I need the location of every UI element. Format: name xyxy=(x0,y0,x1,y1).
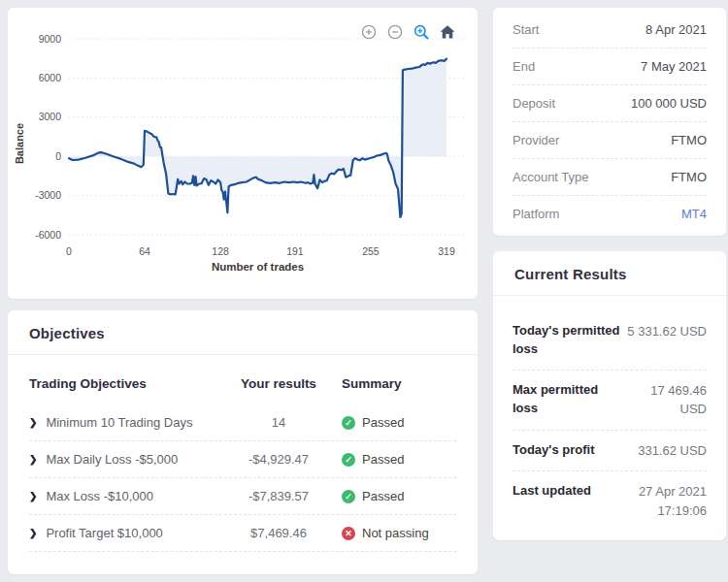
info-row-deposit: Deposit 100 000 USD xyxy=(513,85,707,122)
chevron-right-icon[interactable]: ❯ xyxy=(29,492,37,501)
left-column: 9000600030000-3000-6000064128191255319Ba… xyxy=(8,8,478,574)
zoom-in-icon[interactable] xyxy=(360,23,378,41)
objective-row-max-loss[interactable]: ❯ Max Loss -$10,000 -$7,839.57 ✓ Passed xyxy=(29,478,456,515)
box-zoom-icon[interactable] xyxy=(413,23,430,41)
svg-text:319: 319 xyxy=(438,245,455,257)
not-passing-x-icon: ✕ xyxy=(342,527,355,540)
passed-check-icon: ✓ xyxy=(342,416,355,430)
info-label: Deposit xyxy=(513,96,555,111)
info-row-platform: Platform MT4 xyxy=(513,196,707,232)
svg-text:-6000: -6000 xyxy=(35,229,61,241)
balance-chart-card: 9000600030000-3000-6000064128191255319Ba… xyxy=(8,8,478,299)
col-header-trading-objectives: Trading Objectives xyxy=(29,376,215,391)
chevron-right-icon[interactable]: ❯ xyxy=(29,455,37,465)
status-label: Passed xyxy=(362,452,404,467)
svg-text:6000: 6000 xyxy=(39,72,62,83)
passed-check-icon: ✓ xyxy=(342,490,355,503)
objective-name: Max Daily Loss -$5,000 xyxy=(46,452,178,467)
zoom-out-icon[interactable] xyxy=(386,23,404,41)
objective-row-max-daily-loss[interactable]: ❯ Max Daily Loss -$5,000 -$4,929.47 ✓ Pa… xyxy=(29,441,456,478)
svg-text:255: 255 xyxy=(362,245,380,257)
info-value: FTMO xyxy=(671,170,707,184)
dashboard: 9000600030000-3000-6000064128191255319Ba… xyxy=(0,0,728,582)
svg-text:-3000: -3000 xyxy=(35,189,61,201)
result-row-max-permitted-loss: Max permitted loss 17 469.46 USD xyxy=(513,371,707,431)
info-value: 7 May 2021 xyxy=(641,59,707,74)
info-row-start: Start 8 Apr 2021 xyxy=(513,12,707,48)
svg-text:Number of trades: Number of trades xyxy=(212,261,304,273)
info-row-account-type: Account Type FTMO xyxy=(513,159,707,196)
home-icon[interactable] xyxy=(439,23,456,41)
objective-name: Minimum 10 Trading Days xyxy=(46,415,192,430)
svg-text:3000: 3000 xyxy=(39,111,62,122)
current-results-header: Current Results xyxy=(493,251,726,296)
svg-text:9000: 9000 xyxy=(39,33,62,45)
info-label: Provider xyxy=(513,133,559,147)
balance-line-chart[interactable]: 9000600030000-3000-6000064128191255319Ba… xyxy=(8,8,478,299)
svg-text:191: 191 xyxy=(286,245,304,257)
objective-result: $7,469.46 xyxy=(215,526,342,540)
result-row-todays-profit: Today's profit 331.62 USD xyxy=(513,431,707,472)
chevron-right-icon[interactable]: ❯ xyxy=(29,529,37,538)
objective-name: Profit Target $10,000 xyxy=(46,526,162,540)
account-info-card: Start 8 Apr 2021 End 7 May 2021 Deposit … xyxy=(493,8,726,236)
info-value: FTMO xyxy=(671,133,707,147)
right-column: Start 8 Apr 2021 End 7 May 2021 Deposit … xyxy=(493,8,726,574)
current-results-card: Current Results Today's permitted loss 5… xyxy=(493,251,726,540)
status-label: Not passing xyxy=(362,526,429,540)
svg-text:64: 64 xyxy=(139,245,150,257)
svg-text:128: 128 xyxy=(212,245,229,257)
svg-text:0: 0 xyxy=(55,150,61,162)
result-value: 27 Apr 2021 17:19:06 xyxy=(610,482,707,520)
svg-text:0: 0 xyxy=(66,245,72,257)
objective-result: -$7,839.57 xyxy=(215,489,342,503)
objective-row-min-trading-days[interactable]: ❯ Minimum 10 Trading Days 14 ✓ Passed xyxy=(29,404,456,441)
info-label: Account Type xyxy=(513,170,589,184)
result-label: Today's permitted loss xyxy=(513,322,627,359)
result-value: 331.62 USD xyxy=(638,441,707,461)
info-label: Platform xyxy=(513,207,559,221)
result-value: 17 469.46 USD xyxy=(623,381,707,419)
objective-result: -$4,929.47 xyxy=(215,452,342,467)
info-label: End xyxy=(513,59,535,74)
objectives-card: Objectives Trading Objectives Your resul… xyxy=(8,310,478,574)
passed-check-icon: ✓ xyxy=(342,453,355,467)
current-results-title: Current Results xyxy=(514,266,705,282)
current-results-body: Today's permitted loss 5 331.62 USD Max … xyxy=(493,296,726,540)
col-header-your-results: Your results xyxy=(215,376,342,391)
status-label: Passed xyxy=(362,415,404,430)
result-label: Last updated xyxy=(513,482,610,501)
result-value: 5 331.62 USD xyxy=(627,322,707,341)
info-row-provider: Provider FTMO xyxy=(513,122,707,159)
info-row-end: End 7 May 2021 xyxy=(513,48,707,85)
status-label: Passed xyxy=(362,489,404,503)
objectives-header: Objectives xyxy=(8,310,478,355)
svg-text:Balance: Balance xyxy=(14,123,25,164)
result-label: Today's profit xyxy=(513,441,627,460)
objective-name: Max Loss -$10,000 xyxy=(46,489,153,503)
info-label: Start xyxy=(513,22,539,37)
objectives-title: Objectives xyxy=(29,325,456,341)
info-value: 8 Apr 2021 xyxy=(645,22,707,37)
result-row-todays-permitted-loss: Today's permitted loss 5 331.62 USD xyxy=(513,311,707,371)
chevron-right-icon[interactable]: ❯ xyxy=(29,418,37,428)
objectives-table: Trading Objectives Your results Summary … xyxy=(8,355,478,552)
col-header-summary: Summary xyxy=(342,376,456,391)
result-label: Max permitted loss xyxy=(513,381,623,418)
objectives-table-header-row: Trading Objectives Your results Summary xyxy=(29,369,456,404)
chart-toolbar xyxy=(360,23,456,41)
result-row-last-updated: Last updated 27 Apr 2021 17:19:06 xyxy=(513,471,707,531)
objective-result: 14 xyxy=(215,415,342,430)
info-value: 100 000 USD xyxy=(631,96,707,111)
objective-row-profit-target[interactable]: ❯ Profit Target $10,000 $7,469.46 ✕ Not … xyxy=(29,515,456,552)
info-value-platform: MT4 xyxy=(681,207,707,221)
